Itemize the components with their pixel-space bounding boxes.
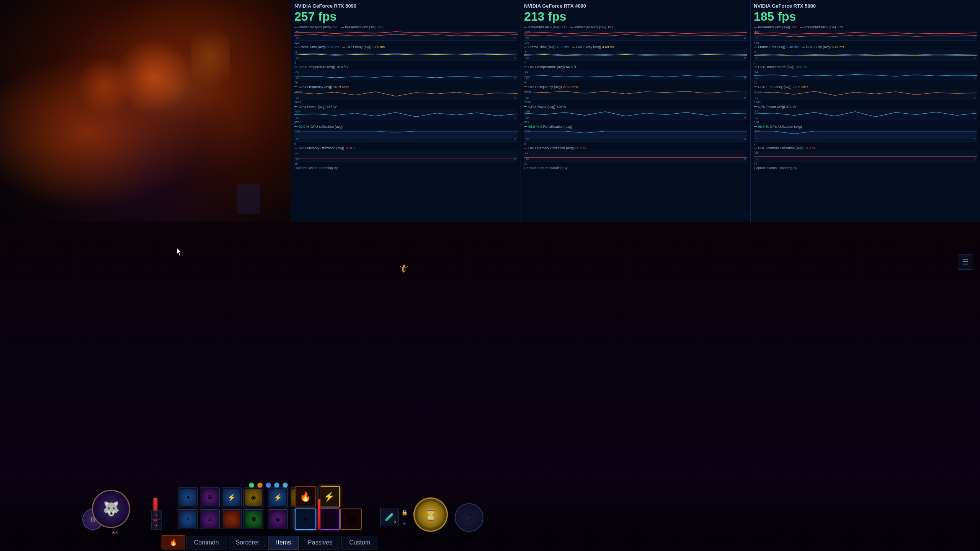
resource-plus-btn[interactable]: + — [151, 510, 162, 520]
potion-icon: 🧪 — [385, 512, 394, 522]
gpu1-fps: 257 fps — [294, 10, 518, 24]
skill-slot-7[interactable]: ☄ — [222, 509, 242, 529]
gpu3-fps: 185 fps — [754, 10, 977, 24]
right-lock-area: 🔒 + — [400, 508, 408, 528]
active-skill-2[interactable]: ✦ — [295, 509, 316, 530]
tab-fire[interactable]: 🔥 — [162, 535, 185, 549]
game-background-right-bottom — [0, 222, 980, 551]
game-scene — [0, 0, 291, 222]
active-skills-group-2: ⚡ ◈ — [318, 486, 340, 530]
gpu1-fps-chart: 260 100 — [294, 30, 518, 41]
gpu3-temp-chart: 62 100 — [754, 70, 977, 80]
timer-orb[interactable]: ⏳ — [413, 497, 448, 532]
character-hp: 8/8 — [112, 531, 118, 535]
gpu3-capture-status: Capture Status: Standing By — [754, 166, 977, 170]
timer-orb-inner: ⏳ — [417, 501, 444, 528]
gpu3-util-chart: 100 100 — [754, 129, 977, 142]
mini-resource-icons: + ▼ — [151, 510, 162, 530]
skill-group-1: ✦ ❋ ⚡ ◈ ✧ ⚔ ☄ ✺ — [178, 487, 264, 530]
secondary-orb-icon: ☽ — [465, 512, 474, 523]
skill-slot-2[interactable]: ❋ — [200, 487, 220, 507]
gpu1-util-chart: 100 100 — [294, 129, 518, 142]
gpu2-power-chart: 330 100 — [524, 109, 747, 120]
gpu2-fps: 213 fps — [524, 10, 747, 24]
gpu2-panel: NVIDIA GeForce RTX 4090 213 fps Presente… — [521, 0, 750, 222]
tab-custom[interactable]: Custom — [341, 536, 378, 549]
gpu1-util-legend: 99.0 % GPU Utilization (avg) — [294, 125, 518, 129]
lock-icon[interactable]: 🔒 — [400, 508, 408, 517]
settings-button[interactable]: ☰ — [958, 254, 973, 270]
gpu1-memutil-chart: 17 100 — [294, 151, 518, 161]
separator-1 — [265, 487, 267, 530]
skill-slot-5[interactable]: ✧ — [178, 509, 198, 529]
gpu2-fps-chart: 215 100 — [524, 30, 747, 41]
gpu1-temp-legend: GPU Temperature (avg)70.0 °C — [294, 65, 518, 69]
gpu1-frametime-legend: Frame Time (avg)3.89 ms GPU Busy (avg)3.… — [294, 45, 518, 49]
active-skill-4[interactable]: ◈ — [318, 509, 340, 530]
gpu3-title: NVIDIA GeForce RTX 5080 — [754, 3, 977, 9]
buff-monster-icon[interactable]: 🗡 — [398, 262, 409, 275]
active-skills-group-3: ◉ — [340, 509, 362, 530]
gpu1-frametime-chart: 4 100 — [294, 50, 518, 60]
active-skill-5[interactable]: ◉ — [340, 509, 362, 530]
active-skill-1[interactable]: 🔥 — [295, 486, 316, 507]
gpu2-frametime-chart: 5 100 — [524, 50, 747, 60]
active-skill-3[interactable]: ⚡ — [318, 486, 340, 507]
performance-overlay: NVIDIA GeForce RTX 5090 257 fps Presente… — [291, 0, 980, 222]
tab-sorcerer[interactable]: Sorcerer — [228, 536, 267, 549]
skill-slot-6[interactable]: ⚔ — [200, 509, 220, 529]
gpu1-freq-chart: 2680 100 — [294, 90, 518, 100]
gpu3-freq-chart: 2715 100 — [754, 90, 977, 100]
resource-arrow-btn[interactable]: ▼ — [151, 521, 162, 530]
nav-dot-4[interactable] — [274, 483, 279, 488]
hp-bar-side-fill — [318, 499, 320, 530]
skill-slot-8[interactable]: ✺ — [243, 509, 263, 529]
nav-dot-2[interactable] — [257, 483, 263, 488]
gpu1-memutil-legend: GPU Memory Utilization (avg)16.0 % — [294, 146, 518, 150]
gpu2-capture-status: Capture Status: Standing By — [524, 166, 747, 170]
character-portrait-area: 🐺 8/8 — [92, 490, 138, 536]
gpu1-panel: NVIDIA GeForce RTX 5090 257 fps Presente… — [291, 0, 521, 222]
nav-dot-1[interactable] — [249, 483, 254, 488]
portrait-frame[interactable]: 🐺 — [92, 490, 130, 528]
hp-bar-side — [318, 486, 321, 530]
skill-slot-4[interactable]: ◈ — [243, 487, 263, 507]
nav-dot-5[interactable] — [283, 483, 288, 488]
tab-common[interactable]: Common — [186, 536, 227, 549]
gpu3-power-chart: 271 100 — [754, 109, 977, 120]
tab-passives[interactable]: Passives — [300, 536, 340, 549]
skill-slot-1[interactable]: ✦ — [178, 487, 198, 507]
gpu1-fps-legend: Presented FPS (avg)257 Presented FPS (1%… — [294, 25, 518, 29]
gpu2-memutil-chart: 23 100 — [524, 151, 747, 161]
skill-slot-3[interactable]: ⚡ — [222, 487, 242, 507]
active-skills-group: 🔥 ✦ — [295, 486, 316, 530]
skill-slot-12[interactable]: ◈ — [268, 509, 288, 529]
settings-icon: ☰ — [962, 258, 969, 266]
skill-slot-9[interactable]: ⚡ — [268, 487, 288, 507]
gpu3-memutil-chart: 35 100 — [754, 151, 977, 161]
gpu1-title: NVIDIA GeForce RTX 5090 — [294, 3, 518, 9]
gpu1-power-legend: GPU Power (avg)456 W — [294, 105, 518, 109]
secondary-orb[interactable]: ☽ — [455, 503, 483, 532]
gpu2-title: NVIDIA GeForce RTX 4090 — [524, 3, 747, 9]
gpu3-fps-chart: 187 100 — [754, 30, 977, 41]
gpu2-util-chart: 100 100 — [524, 129, 747, 142]
nav-dot-3[interactable] — [266, 483, 271, 488]
settings-mini-plus[interactable]: + — [400, 520, 408, 528]
gpu1-freq-legend: GPU Frequency (avg)2679 MHz — [294, 85, 518, 89]
gpu3-panel: NVIDIA GeForce RTX 5080 185 fps Presente… — [750, 0, 980, 222]
gpu1-capture-status: Capture Status: Standing By — [294, 166, 518, 170]
tab-items[interactable]: Items — [268, 536, 299, 549]
gpu1-temp-chart: 71 100 — [294, 70, 518, 80]
potion-slot[interactable]: 🧪 2 — [380, 508, 399, 526]
navigation-dots — [249, 483, 288, 488]
gpu2-temp-chart: 65 100 — [524, 70, 747, 80]
gpu2-freq-chart: 2731 100 — [524, 90, 747, 100]
gpu1-power-chart: 457 100 — [294, 109, 518, 120]
gpu3-frametime-chart: 6 100 — [754, 50, 977, 60]
tab-bar: 🔥 Common Sorcerer Items Passives Custom — [145, 534, 394, 551]
